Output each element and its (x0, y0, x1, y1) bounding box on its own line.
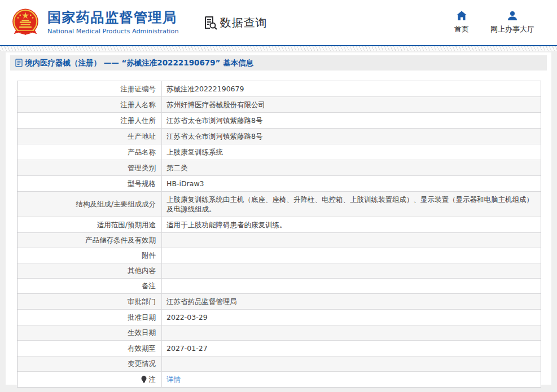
table-row: 适用范围/预期用途 适用于上肢功能障碍患者的康复训练。 (17, 217, 541, 232)
row-value (162, 248, 541, 263)
row-label-text: 注 (149, 375, 156, 384)
nav-service-hall-label: 网上办事大厅 (490, 24, 534, 34)
bulb-icon (141, 376, 147, 384)
row-value: 上肢康复训练系统 (162, 144, 541, 160)
row-value: 苏械注准20222190679 (162, 81, 541, 96)
row-label-text: 变更情况 (128, 359, 156, 368)
row-label: 注册人住所 (17, 113, 162, 128)
home-icon (456, 10, 467, 21)
row-value (162, 356, 541, 371)
row-label-text: 适用范围/预期用途 (97, 221, 156, 230)
breadcrumb-text: 境内医疗器械（注册） —— “苏械注准20222190679” 基本信息 (25, 58, 253, 68)
row-label: 产品名称 (17, 144, 162, 160)
row-label-text: 型号规格 (128, 179, 156, 188)
row-label: 备注 (17, 279, 162, 293)
table-row: 产品名称 上肢康复训练系统 (17, 144, 541, 160)
page: 国家药品监督管理局 National Medical Products Admi… (0, 0, 557, 385)
row-label: 注册证编号 (17, 81, 162, 96)
row-value (162, 325, 541, 340)
top-nav: 首页 网上办事大厅 (454, 10, 534, 34)
row-label: 注 (17, 372, 162, 387)
row-label: 注册人名称 (17, 97, 162, 112)
row-label: 其他内容 (17, 263, 162, 278)
table-row: 附件 (17, 248, 541, 263)
row-label-text: 管理类别 (128, 164, 156, 173)
row-value: 第二类 (162, 160, 541, 175)
row-value: 上肢康复训练系统由主机（底座、座椅、升降柱、电控箱、上肢训练装置组成）、显示装置… (162, 192, 541, 217)
row-label: 适用范围/预期用途 (17, 217, 162, 232)
row-value: 江苏省药品监督管理局 (162, 294, 541, 309)
document-icon (15, 59, 23, 67)
row-label-text: 产品储存条件及有效期 (85, 236, 156, 245)
row-label-text: 生产地址 (128, 132, 156, 141)
site-subtitle: National Medical Products Administration (47, 28, 179, 35)
row-value (162, 233, 541, 248)
row-value: 江苏省太仓市浏河镇紫藤路8号 (162, 129, 541, 144)
row-label-text: 有效期至 (128, 344, 156, 353)
row-label: 有效期至 (17, 341, 162, 356)
row-label-text: 注册证编号 (121, 85, 156, 94)
table-row: 其他内容 (17, 263, 541, 278)
table-row: 注册证编号 苏械注准20222190679 (17, 81, 541, 96)
row-label-text: 注册人住所 (121, 116, 156, 125)
row-label: 生产地址 (17, 129, 162, 144)
data-query-label: 数据查询 (220, 15, 267, 30)
content-panel: 境内医疗器械（注册） —— “苏械注准20222190679” 基本信息 注册证… (6, 52, 551, 385)
row-label-text: 结构及组成/主要组成成分 (76, 200, 156, 209)
table-row: 管理类别 第二类 (17, 160, 541, 175)
table-row: 生产地址 江苏省太仓市浏河镇紫藤路8号 (17, 128, 541, 144)
table-row: 备注 (17, 278, 541, 293)
row-value: 2022-03-29 (162, 310, 541, 325)
table-row: 变更情况 (17, 356, 541, 371)
row-label-text: 备注 (142, 281, 156, 290)
table-row: 批准日期 2022-03-29 (17, 309, 541, 325)
brand: 国家药品监督管理局 National Medical Products Admi… (10, 7, 179, 38)
row-label-text: 产品名称 (128, 148, 156, 157)
table-row: 审批部门 江苏省药品监督管理局 (17, 293, 541, 309)
row-value: HB-iDraw3 (162, 176, 541, 191)
table-row: 注册人名称 苏州好博医疗器械股份有限公司 (17, 96, 541, 112)
row-label-text: 其他内容 (128, 266, 156, 275)
row-value: 详情 (162, 372, 541, 387)
row-label-text: 批准日期 (128, 313, 156, 322)
row-label: 型号规格 (17, 176, 162, 191)
row-value (162, 279, 541, 293)
row-label-text: 注册人名称 (121, 100, 156, 109)
site-header: 国家药品监督管理局 National Medical Products Admi… (0, 0, 557, 46)
national-emblem-logo (10, 7, 41, 38)
row-label-text: 附件 (142, 251, 156, 260)
info-table: 注册证编号 苏械注准20222190679 注册人名称 苏州好博医疗器械股份有限… (17, 81, 541, 387)
brand-text: 国家药品监督管理局 National Medical Products Admi… (47, 10, 179, 35)
table-row: 注册人住所 江苏省太仓市浏河镇紫藤路8号 (17, 112, 541, 128)
table-row: 注 详情 (17, 371, 541, 387)
row-label: 生效日期 (17, 325, 162, 340)
row-value: 适用于上肢功能障碍患者的康复训练。 (162, 217, 541, 232)
decorative-hatch-band (0, 46, 557, 51)
row-label: 审批部门 (17, 294, 162, 309)
table-row: 产品储存条件及有效期 (17, 232, 541, 248)
table-row: 结构及组成/主要组成成分 上肢康复训练系统由主机（底座、座椅、升降柱、电控箱、上… (17, 191, 541, 217)
table-row: 型号规格 HB-iDraw3 (17, 175, 541, 191)
row-value: 江苏省太仓市浏河镇紫藤路8号 (162, 113, 541, 128)
row-label: 批准日期 (17, 310, 162, 325)
row-label: 附件 (17, 248, 162, 263)
document-search-icon (203, 15, 217, 30)
row-value: 苏州好博医疗器械股份有限公司 (162, 97, 541, 112)
row-value (162, 263, 541, 278)
site-title: 国家药品监督管理局 (47, 10, 179, 26)
detail-link[interactable]: 详情 (166, 375, 181, 384)
data-query-button[interactable]: 数据查询 (203, 15, 267, 30)
row-label-text: 审批部门 (128, 297, 156, 306)
nav-home-label: 首页 (454, 24, 469, 34)
table-row: 生效日期 (17, 325, 541, 340)
breadcrumb: 境内医疗器械（注册） —— “苏械注准20222190679” 基本信息 (10, 55, 547, 71)
row-label: 结构及组成/主要组成成分 (17, 192, 162, 217)
nav-home[interactable]: 首页 (454, 10, 469, 34)
row-label: 变更情况 (17, 356, 162, 371)
row-label: 产品储存条件及有效期 (17, 233, 162, 248)
table-row: 有效期至 2027-01-27 (17, 340, 541, 356)
row-value: 2027-01-27 (162, 341, 541, 356)
user-icon (507, 10, 518, 21)
row-label: 管理类别 (17, 160, 162, 175)
nav-service-hall[interactable]: 网上办事大厅 (490, 10, 534, 34)
